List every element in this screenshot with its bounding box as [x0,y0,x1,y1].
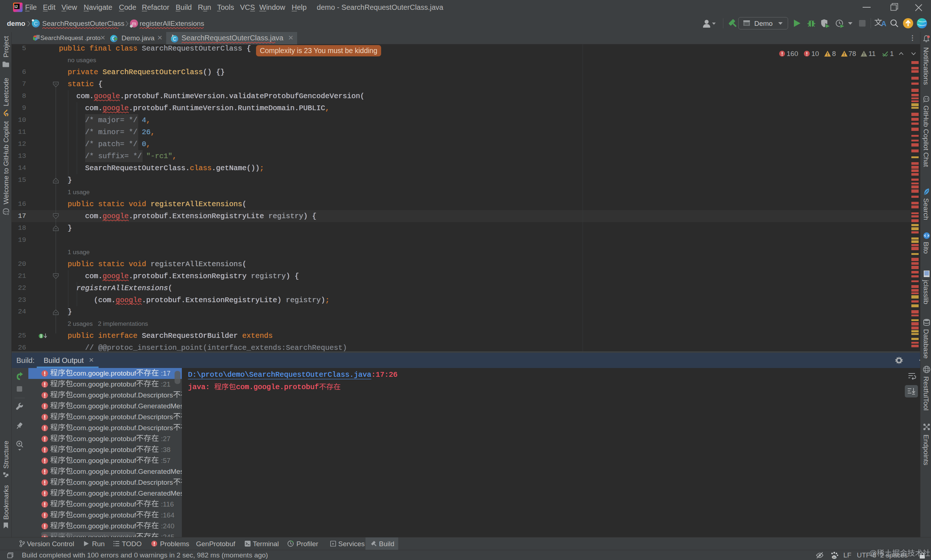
svg-text:C: C [173,36,176,42]
svg-text:C: C [34,20,38,26]
svg-text:m: m [132,21,136,26]
svg-text:du: du [833,556,836,558]
svg-text:IJ: IJ [15,5,17,9]
